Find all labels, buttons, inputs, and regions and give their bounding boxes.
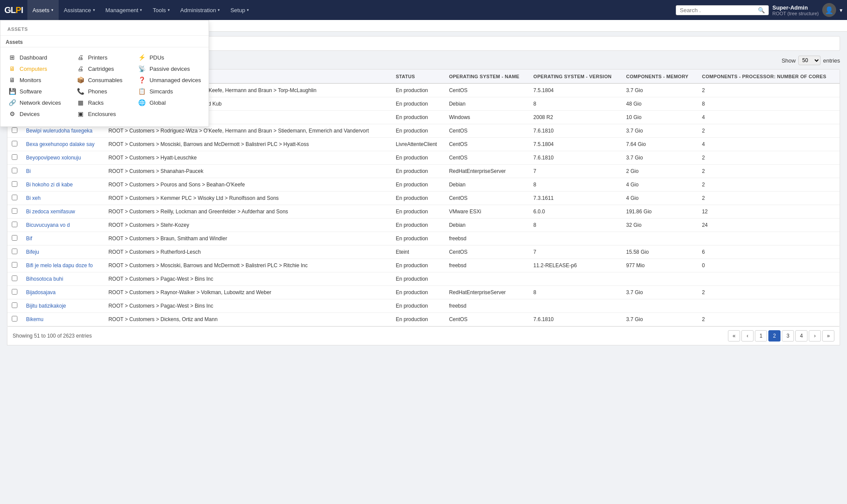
pg-2[interactable]: 2 [768, 330, 781, 342]
row-checkbox[interactable] [12, 127, 17, 133]
computer-name-link[interactable]: Bi [26, 168, 31, 174]
row-comp-memory: 4 Gio [622, 178, 698, 192]
row-entity: ROOT > Customers > Rutherford-Lesch [104, 245, 391, 259]
pg-prev[interactable]: ‹ [741, 330, 754, 342]
row-checkbox[interactable] [12, 208, 17, 214]
row-os-version: 7.5.1804 [529, 83, 621, 97]
computer-name-link[interactable]: Beyopovipewo xolonuju [26, 155, 81, 161]
row-checkbox[interactable] [12, 289, 17, 295]
pg-3[interactable]: 3 [782, 330, 794, 342]
computer-name-link[interactable]: Bi xeh [26, 195, 40, 201]
computer-name-link[interactable]: Bicuvucuyana vo d [26, 222, 70, 228]
row-entity: ROOT > Customers > Kemmer PLC > Wisoky L… [104, 192, 391, 205]
dropdown-item-monitors[interactable]: 🖥 Monitors [4, 74, 65, 86]
dropdown-item-phones[interactable]: 📞 Phones [72, 86, 127, 97]
pg-first[interactable]: « [728, 330, 740, 342]
user-menu[interactable]: Super-Admin ROOT (tree structure) 👤 ▾ [772, 3, 843, 17]
simcards-icon: 📋 [138, 88, 146, 95]
global-search[interactable]: 🔍 [676, 5, 769, 15]
computer-name-link[interactable]: Bifi je melo lela dapu doze fo [26, 262, 93, 269]
nav-assistance[interactable]: Assistance ▾ [59, 0, 100, 20]
brand[interactable]: GLPI [4, 5, 23, 15]
nav-setup[interactable]: Setup ▾ [225, 0, 254, 20]
dropdown-item-global[interactable]: 🌐 Global [134, 97, 206, 108]
computer-name-link[interactable]: Bif [26, 235, 32, 242]
nav-tools[interactable]: Tools ▾ [147, 0, 175, 20]
computer-name-link[interactable]: Bi hokoho zi di kabe [26, 182, 73, 188]
entries-per-page-select[interactable]: 10 25 50 100 200 [798, 56, 820, 65]
global-search-input[interactable] [680, 7, 758, 13]
software-label: Software [20, 88, 42, 95]
pg-last[interactable]: » [822, 330, 834, 342]
pg-4[interactable]: 4 [795, 330, 807, 342]
dropdown-item-cartridges[interactable]: 🖨 Cartridges [72, 63, 127, 74]
dropdown-item-pdus[interactable]: ⚡ PDUs [134, 52, 206, 63]
row-os-version: 8 [529, 97, 621, 111]
nav-assets-label: Assets [33, 7, 50, 13]
dropdown-item-racks[interactable]: ▦ Racks [72, 97, 127, 108]
dropdown-item-software[interactable]: 💾 Software [4, 86, 65, 97]
row-comp-memory: 15.58 Gio [622, 245, 698, 259]
nav-management-arrow: ▾ [140, 8, 142, 12]
nav-setup-arrow: ▾ [247, 8, 249, 12]
computer-name-link[interactable]: Bijitu batizikakoje [26, 303, 66, 309]
row-checkbox[interactable] [12, 141, 17, 146]
row-checkbox[interactable] [12, 302, 17, 308]
row-checkbox-cell [7, 192, 22, 205]
row-comp-cores [698, 299, 840, 313]
row-checkbox[interactable] [12, 181, 17, 187]
row-checkbox[interactable] [12, 316, 17, 322]
dropdown-title-bar: Assets [0, 38, 209, 47]
search-icon[interactable]: 🔍 [758, 7, 765, 13]
nav-assets[interactable]: Assets ▾ [27, 0, 59, 20]
row-checkbox[interactable] [12, 235, 17, 241]
row-checkbox[interactable] [12, 262, 17, 268]
nav-administration[interactable]: Administration ▾ [175, 0, 225, 20]
nav-setup-label: Setup [230, 7, 245, 13]
row-comp-cores: 2 [698, 178, 840, 192]
avatar[interactable]: 👤 [822, 3, 836, 17]
dropdown-item-unmanaged-devices[interactable]: ❓ Unmanaged devices [134, 74, 206, 86]
dropdown-item-dashboard[interactable]: ⊞ Dashboard [4, 52, 65, 63]
computer-name-link[interactable]: Bijadosajava [26, 289, 56, 295]
row-os-version: 7.6.1810 [529, 313, 621, 326]
dropdown-item-enclosures[interactable]: ▣ Enclosures [72, 108, 127, 119]
header-os-name: OPERATING SYSTEM - NAME [445, 70, 529, 83]
dropdown-item-passive-devices[interactable]: 📡 Passive devices [134, 63, 206, 74]
row-checkbox[interactable] [12, 154, 17, 160]
row-checkbox[interactable] [12, 168, 17, 173]
row-checkbox[interactable] [12, 195, 17, 200]
row-comp-memory: 977 Mio [622, 259, 698, 272]
computers-icon: 🖥 [8, 65, 16, 72]
dropdown-item-devices[interactable]: ⚙ Devices [4, 108, 65, 119]
computer-name-link[interactable]: Bikemu [26, 316, 43, 322]
row-comp-cores: 2 [698, 124, 840, 138]
row-os-version: 7.6.1810 [529, 151, 621, 165]
pg-1[interactable]: 1 [755, 330, 767, 342]
show-label: Show [781, 57, 796, 64]
computer-name-link[interactable]: Bi zedoca xemifasuw [26, 209, 75, 215]
computer-name-link[interactable]: Bewipi wulerudoha faxegeka [26, 128, 93, 134]
dropdown-item-network-devices[interactable]: 🔗 Network devices [4, 97, 65, 108]
computer-name-link[interactable]: Bifeju [26, 249, 39, 255]
nav-management[interactable]: Management ▾ [100, 0, 148, 20]
dropdown-item-simcards[interactable]: 📋 Simcards [134, 86, 206, 97]
dropdown-item-printers[interactable]: 🖨 Printers [72, 52, 127, 63]
row-name: Bifeju [22, 245, 104, 259]
nav-management-label: Management [106, 7, 139, 13]
row-checkbox[interactable] [12, 275, 17, 281]
row-checkbox[interactable] [12, 222, 17, 227]
consumables-label: Consumables [88, 77, 123, 83]
row-checkbox[interactable] [12, 249, 17, 254]
monitors-icon: 🖥 [8, 76, 16, 83]
dropdown-item-consumables[interactable]: 📦 Consumables [72, 74, 127, 86]
dropdown-columns: ⊞ Dashboard 🖥 Computers 🖥 Monitors 💾 Sof… [0, 49, 209, 122]
dropdown-item-computers[interactable]: 🖥 Computers [4, 63, 65, 74]
header-os-version-label: OPERATING SYSTEM - VERSION [533, 74, 611, 79]
table-row: Beyopovipewo xolonuju ROOT > Customers >… [7, 151, 840, 165]
pg-next[interactable]: › [809, 330, 821, 342]
computer-name-link[interactable]: Bihosotoca buhi [26, 276, 63, 282]
enclosures-icon: ▣ [76, 110, 84, 117]
row-os-version: 6.0.0 [529, 205, 621, 219]
computer-name-link[interactable]: Bexa gexehunopo dalake say [26, 141, 94, 147]
